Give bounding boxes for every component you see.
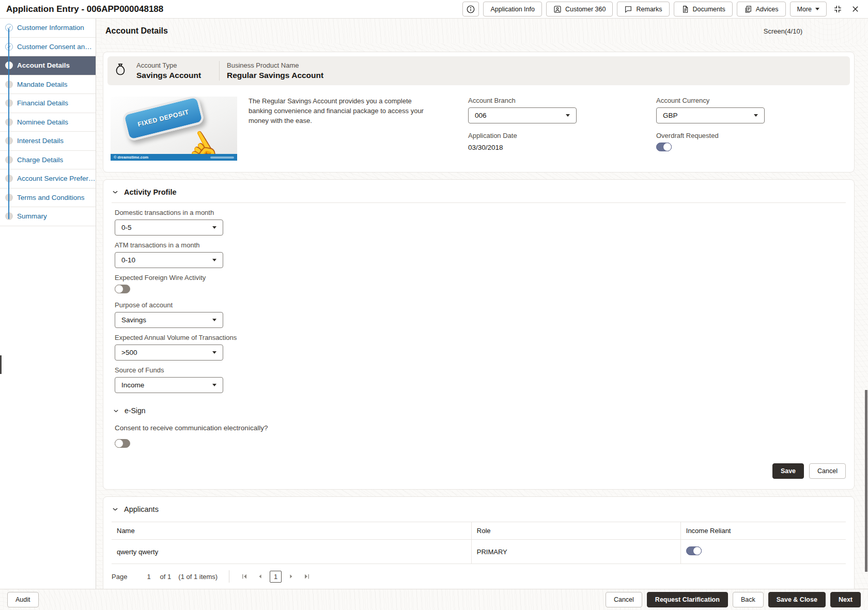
footer-cancel-button[interactable]: Cancel <box>606 592 642 607</box>
save-button[interactable]: Save <box>772 463 804 479</box>
foreign-wire-toggle[interactable] <box>115 285 130 293</box>
app-title: Application Entry - 006APP000048188 <box>6 4 163 14</box>
account-currency-value: GBP <box>663 112 678 119</box>
window-titlebar: Application Entry - 006APP000048188 Appl… <box>0 0 868 19</box>
activity-profile-section-header[interactable]: Activity Profile <box>112 188 846 203</box>
last-page-icon[interactable] <box>301 571 313 582</box>
sidebar-item-account-details[interactable]: Account Details <box>0 56 96 75</box>
audit-button[interactable]: Audit <box>7 592 39 607</box>
money-bag-icon <box>114 63 127 79</box>
application-date-value: 03/30/2018 <box>468 144 503 151</box>
sidebar-item-label: Account Service Prefere ... <box>17 175 96 182</box>
remarks-button[interactable]: Remarks <box>617 2 669 17</box>
chevron-down-icon <box>815 8 819 10</box>
chevron-down-icon <box>754 114 758 117</box>
account-currency-select[interactable]: GBP <box>656 107 765 123</box>
more-button[interactable]: More <box>790 2 827 17</box>
back-button[interactable]: Back <box>733 592 764 607</box>
domestic-transactions-field: Domestic transactions in a month 0-5 <box>115 209 846 236</box>
documents-label: Documents <box>693 6 725 13</box>
watermark-text: © dreamstime.com <box>114 155 148 160</box>
page-number: 1 <box>147 573 150 581</box>
purpose-of-account-select[interactable]: Savings <box>115 312 223 328</box>
account-branch-select[interactable]: 006 <box>468 107 577 123</box>
sidebar-item-charge-details[interactable]: Charge Details <box>0 151 96 170</box>
source-of-funds-value: Income <box>121 381 144 389</box>
annual-volume-field: Expected Annual Volume of Transactions >… <box>115 334 846 361</box>
business-product-name-label: Business Product Name <box>227 61 323 69</box>
fixed-deposit-text: FIXED DEPOSIT <box>137 108 190 129</box>
next-button[interactable]: Next <box>830 592 861 607</box>
income-reliant-toggle[interactable] <box>686 546 702 555</box>
info-button[interactable] <box>462 2 479 17</box>
foreign-wire-label: Expected Foreign Wire Activity <box>115 274 846 281</box>
previous-page-icon[interactable] <box>254 571 266 582</box>
consent-label: Consent to receive communication electro… <box>115 424 846 432</box>
customer-360-button[interactable]: Customer 360 <box>546 2 613 17</box>
sidebar-item-mandate-details[interactable]: Mandate Details <box>0 75 96 95</box>
domestic-transactions-select[interactable]: 0-5 <box>115 220 223 236</box>
account-branch-value: 006 <box>475 112 487 119</box>
customer-360-label: Customer 360 <box>565 6 606 13</box>
sidebar-item-label: Customer Consent and ... <box>17 43 96 51</box>
first-page-icon[interactable] <box>239 571 250 582</box>
documents-button[interactable]: Documents <box>674 2 733 17</box>
account-branch-label: Account Branch <box>468 97 577 104</box>
column-header-income-reliant: Income Reliant <box>680 522 846 540</box>
close-icon[interactable] <box>848 3 862 16</box>
request-clarification-button[interactable]: Request Clarification <box>647 592 728 607</box>
overdraft-requested-toggle[interactable] <box>656 143 672 151</box>
page-header: Account Details Screen(4/10) <box>96 19 868 43</box>
chevron-down-icon <box>212 351 216 354</box>
person-icon <box>553 5 562 13</box>
chat-bubble-icon <box>624 5 632 13</box>
sidebar-item-account-service-preferences[interactable]: Account Service Prefere ... <box>0 169 96 189</box>
advices-button[interactable]: Advices <box>737 2 786 17</box>
cancel-button[interactable]: Cancel <box>809 463 846 479</box>
sidebar-item-label: Interest Details <box>17 137 64 145</box>
overdraft-requested-field: Overdraft Requested <box>656 132 765 153</box>
chevron-down-icon <box>566 114 570 117</box>
chevron-down-icon <box>212 384 216 386</box>
domestic-transactions-value: 0-5 <box>121 224 132 231</box>
source-of-funds-select[interactable]: Income <box>115 377 223 393</box>
atm-transactions-select[interactable]: 0-10 <box>115 252 223 268</box>
esign-title: e-Sign <box>125 406 145 415</box>
info-icon <box>466 5 475 14</box>
page-of-label: of 1 <box>160 573 172 581</box>
sidebar-item-summary[interactable]: Summary <box>0 207 96 226</box>
page-content: Account Type Savings Account Business Pr… <box>96 43 868 589</box>
chevron-down-icon <box>212 226 216 229</box>
purpose-of-account-field: Purpose of account Savings <box>115 301 846 328</box>
main-scrollbar-thumb[interactable] <box>865 390 867 572</box>
sidebar-item-label: Customer Information <box>17 24 84 32</box>
sidebar-item-customer-consent[interactable]: Customer Consent and ... <box>0 38 96 57</box>
save-and-close-button[interactable]: Save & Close <box>768 592 826 607</box>
applicants-section-header[interactable]: Applicants <box>112 505 846 513</box>
divider <box>219 61 220 81</box>
screen-indicator: Screen(4/10) <box>764 27 802 35</box>
copy-document-icon <box>744 5 752 13</box>
sidebar-item-customer-information[interactable]: Customer Information <box>0 19 96 38</box>
sidebar-item-interest-details[interactable]: Interest Details <box>0 132 96 151</box>
annual-volume-select[interactable]: >500 <box>115 345 223 361</box>
product-stock-image: FIXED DEPOSIT ☝ © dreamstime.com <box>111 97 237 161</box>
sidebar-item-financial-details[interactable]: Financial Details <box>0 94 96 113</box>
applicant-name-cell: qwerty qwerty <box>112 540 471 564</box>
consent-toggle[interactable] <box>115 439 130 448</box>
domestic-transactions-label: Domestic transactions in a month <box>115 209 846 216</box>
sidebar-item-terms-and-conditions[interactable]: Terms and Conditions <box>0 189 96 208</box>
application-info-button[interactable]: Application Info <box>483 2 541 17</box>
sidebar-scrollbar-thumb[interactable] <box>0 355 2 374</box>
atm-transactions-label: ATM transactions in a month <box>115 241 846 249</box>
product-banner: Account Type Savings Account Business Pr… <box>107 56 850 85</box>
chevron-down-icon <box>112 189 119 196</box>
next-page-icon[interactable] <box>286 571 297 582</box>
watermark-id <box>210 157 234 159</box>
sidebar-item-nominee-details[interactable]: Nominee Details <box>0 113 96 132</box>
collapse-window-icon[interactable] <box>831 3 844 16</box>
foreign-wire-field: Expected Foreign Wire Activity <box>115 274 846 295</box>
chevron-down-icon <box>112 506 119 513</box>
esign-section-header[interactable]: e-Sign <box>113 406 846 415</box>
current-page-box[interactable]: 1 <box>270 571 282 583</box>
